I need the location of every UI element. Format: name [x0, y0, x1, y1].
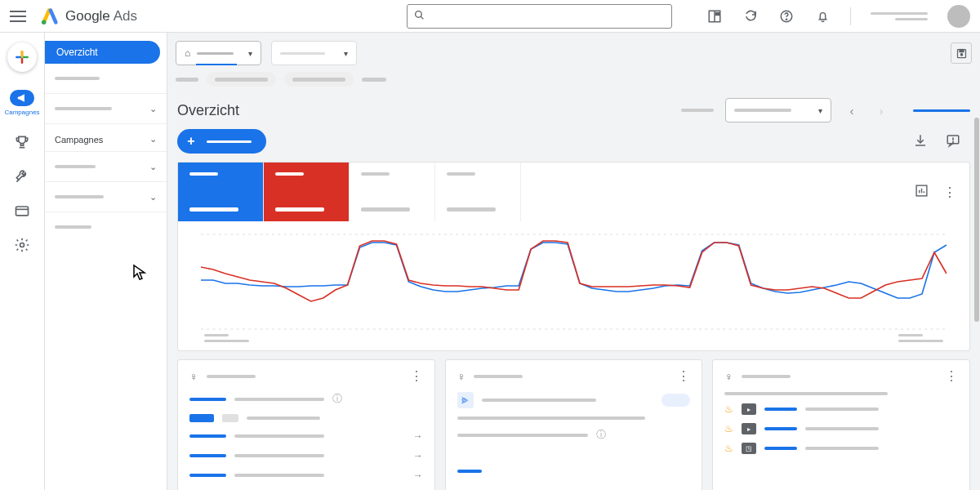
video-icon: ▸: [742, 423, 756, 434]
gear-icon: [14, 237, 30, 253]
filter-chips: [167, 70, 980, 95]
plus-icon: +: [184, 134, 198, 149]
scrollbar-thumb[interactable]: [974, 118, 979, 322]
metric-tab-2[interactable]: [264, 163, 350, 221]
rail-item-admin[interactable]: [6, 237, 38, 253]
user-avatar[interactable]: [947, 5, 970, 28]
chevron-down-icon: ⌄: [149, 162, 157, 172]
new-campaign-button[interactable]: +: [177, 129, 266, 154]
download-icon[interactable]: [913, 133, 929, 149]
image-icon: ◳: [742, 443, 756, 454]
flame-icon: ♨: [724, 423, 733, 434]
sidebar-item[interactable]: ⌄: [45, 185, 167, 208]
home-icon: ⌂: [185, 47, 190, 59]
account-label[interactable]: [871, 12, 928, 20]
recommendation-row: ♀⋮ ⓘ → → → ♀⋮ ⫸ ⓘ ♀⋮ ♨▸ ♨▸ ♨◳: [167, 359, 980, 490]
notifications-icon[interactable]: [814, 8, 831, 24]
chevron-down-icon: ▾: [248, 49, 252, 58]
rail-item-billing[interactable]: [6, 203, 38, 219]
google-ads-logo-icon: [41, 7, 59, 25]
sidebar-category-label: Campagnes: [55, 135, 103, 145]
card-menu-icon[interactable]: ⋮: [945, 368, 958, 384]
metric-tab-4[interactable]: [435, 163, 521, 221]
app-header: Google Ads: [0, 0, 980, 33]
expand-chart-icon[interactable]: [915, 184, 929, 201]
svg-rect-17: [960, 49, 964, 51]
search-input[interactable]: [430, 11, 665, 22]
left-rail: Campagnes: [0, 33, 45, 490]
svg-point-7: [786, 19, 786, 20]
card-menu-icon[interactable]: ⋮: [677, 368, 690, 384]
trophy-icon: [14, 134, 30, 150]
rail-item-label: Campagnes: [4, 109, 39, 116]
date-next-button[interactable]: ›: [872, 101, 890, 119]
compare-indicator: [913, 109, 970, 112]
svg-point-16: [960, 53, 963, 56]
help-icon[interactable]: [778, 8, 795, 24]
sidebar-item-label: Overzicht: [56, 47, 98, 58]
rec-card-optimization: ♀⋮ ⓘ → → →: [177, 359, 435, 490]
page-title: Overzicht: [177, 102, 239, 119]
refresh-icon[interactable]: [742, 8, 759, 24]
megaphone-icon: [10, 90, 34, 106]
date-range-selector[interactable]: ▾: [725, 98, 831, 122]
action-row: +: [167, 129, 980, 162]
create-button[interactable]: [7, 42, 37, 72]
sidebar-category-campaigns[interactable]: Campagnes⌄: [45, 127, 167, 148]
info-icon[interactable]: ⓘ: [596, 428, 606, 442]
feedback-icon[interactable]: [946, 133, 962, 149]
rail-item-tools[interactable]: [6, 168, 38, 185]
metrics-card: ⋮: [177, 162, 970, 351]
scope-bar: ⌂ ▾ ▾: [167, 33, 980, 70]
svg-point-0: [42, 20, 47, 24]
card-menu-icon[interactable]: ⋮: [410, 368, 423, 384]
save-view-icon[interactable]: [951, 42, 972, 64]
sidebar-item-overview[interactable]: Overzicht: [45, 41, 160, 64]
sidebar-item[interactable]: [45, 67, 167, 90]
filter-chip[interactable]: [207, 72, 276, 87]
arrow-right-icon[interactable]: →: [413, 470, 423, 481]
product-logo[interactable]: Google Ads: [41, 7, 137, 25]
info-icon[interactable]: ⓘ: [332, 392, 342, 406]
metric-tab-3[interactable]: [350, 163, 435, 221]
tools-icon: [14, 168, 30, 185]
video-icon: ▸: [742, 403, 756, 415]
lightbulb-icon: ♀: [457, 370, 466, 383]
search-box[interactable]: [407, 4, 672, 29]
rec-card-insight: ♀⋮ ⫸ ⓘ: [445, 359, 703, 490]
chevron-down-icon: ⌄: [149, 104, 157, 114]
search-icon: [414, 10, 425, 23]
menu-icon[interactable]: [10, 11, 26, 22]
arrow-right-icon[interactable]: →: [413, 450, 423, 461]
status-chip: [662, 394, 690, 407]
metric-tabs: ⋮: [178, 163, 969, 221]
metric-tab-1[interactable]: [178, 163, 264, 221]
sidebar-item[interactable]: ⌄: [45, 155, 167, 178]
chevron-down-icon: ⌄: [149, 192, 157, 203]
account-selector[interactable]: ⌂ ▾: [176, 41, 261, 65]
reports-icon[interactable]: [706, 8, 723, 24]
flame-icon: ♨: [724, 443, 733, 454]
filter-chip[interactable]: [284, 72, 354, 87]
date-prev-button[interactable]: ‹: [843, 101, 861, 119]
flame-icon: ♨: [724, 403, 733, 415]
bar-graph-icon: ⫸: [457, 392, 474, 408]
svg-point-1: [416, 11, 422, 17]
svg-rect-12: [16, 207, 29, 216]
svg-point-14: [20, 243, 24, 247]
sidebar-item[interactable]: [45, 216, 167, 238]
svg-rect-5: [716, 12, 719, 15]
campaign-selector[interactable]: ▾: [271, 41, 357, 65]
rail-item-campaigns[interactable]: Campagnes: [6, 90, 38, 116]
metrics-line-chart: [201, 233, 947, 331]
sidebar-item[interactable]: ⌄: [45, 97, 167, 120]
lightbulb-icon: ♀: [724, 370, 733, 383]
card-menu-icon[interactable]: ⋮: [943, 185, 956, 200]
product-name: Google Ads: [65, 8, 137, 24]
svg-line-2: [421, 16, 423, 19]
svg-point-20: [953, 142, 954, 143]
chart-legend: [201, 331, 947, 342]
rec-card-assets: ♀⋮ ♨▸ ♨▸ ♨◳: [712, 359, 970, 490]
rail-item-goals[interactable]: [6, 134, 38, 150]
arrow-right-icon[interactable]: →: [413, 430, 423, 442]
